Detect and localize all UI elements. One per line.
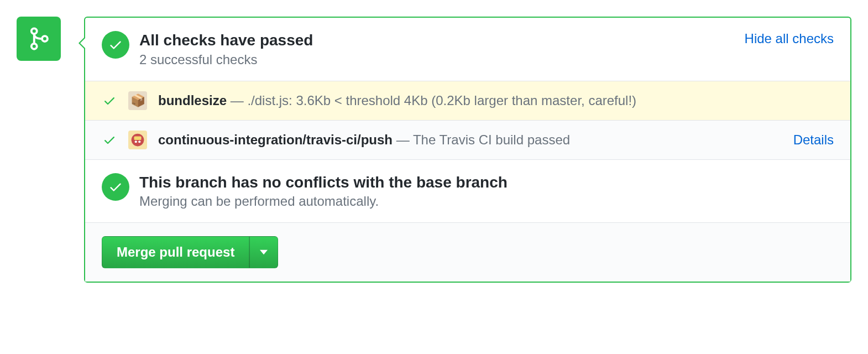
conflicts-subtitle: Merging can be performed automatically. xyxy=(139,194,834,209)
check-icon xyxy=(108,38,123,52)
check-status-icon xyxy=(102,93,117,108)
check-icon xyxy=(103,133,116,147)
check-status-icon xyxy=(102,132,117,148)
check-detail-text: The Travis CI build passed xyxy=(413,132,570,147)
check-name: bundlesize xyxy=(158,93,227,108)
svg-point-6 xyxy=(138,140,140,143)
merge-button-group: Merge pull request xyxy=(102,236,278,268)
svg-point-2 xyxy=(42,36,48,41)
check-icon xyxy=(103,94,116,107)
checks-title: All checks have passed xyxy=(139,31,735,50)
conflicts-title: This branch has no conflicts with the ba… xyxy=(139,173,834,192)
merge-pull-request-button[interactable]: Merge pull request xyxy=(102,236,249,268)
merge-section: Merge pull request xyxy=(85,222,850,282)
check-row: continuous-integration/travis-ci/push — … xyxy=(85,120,850,159)
merge-options-dropdown[interactable] xyxy=(249,236,278,268)
merge-timeline-badge xyxy=(17,17,61,61)
hide-checks-link[interactable]: Hide all checks xyxy=(745,31,834,46)
check-details-link[interactable]: Details xyxy=(793,132,834,148)
conflicts-section: This branch has no conflicts with the ba… xyxy=(85,159,850,223)
check-description: continuous-integration/travis-ci/push — … xyxy=(158,132,782,148)
travis-icon xyxy=(128,131,147,149)
merge-status-panel: All checks have passed 2 successful chec… xyxy=(84,17,851,283)
check-description: bundlesize — ./dist.js: 3.6Kb < threshol… xyxy=(158,93,834,108)
caret-down-icon xyxy=(260,249,268,255)
checks-header: All checks have passed 2 successful chec… xyxy=(85,18,850,81)
git-merge-icon xyxy=(27,27,51,51)
svg-point-1 xyxy=(32,44,37,49)
svg-point-5 xyxy=(135,140,137,143)
success-badge xyxy=(102,173,129,201)
check-name: continuous-integration/travis-ci/push xyxy=(158,132,393,147)
svg-rect-4 xyxy=(134,136,142,140)
check-detail-text: ./dist.js: 3.6Kb < threshold 4Kb (0.2Kb … xyxy=(247,93,636,108)
success-badge xyxy=(102,31,129,59)
checks-subtitle: 2 successful checks xyxy=(139,52,735,67)
check-icon xyxy=(108,180,123,194)
check-row: 📦 bundlesize — ./dist.js: 3.6Kb < thresh… xyxy=(85,81,850,120)
svg-point-0 xyxy=(32,28,37,34)
package-icon: 📦 xyxy=(128,91,147,110)
